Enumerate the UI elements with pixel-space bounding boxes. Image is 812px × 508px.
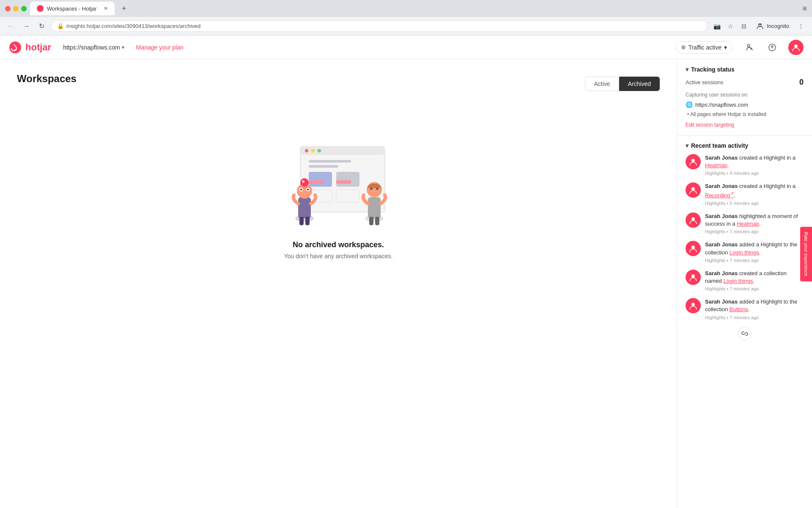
activity-meta: Highlights • 4 minutes ago bbox=[705, 171, 804, 176]
maximize-dot[interactable] bbox=[21, 6, 27, 11]
address-bar[interactable]: 🔒 insights.hotjar.com/sites/3090413/work… bbox=[51, 20, 708, 32]
activity-text: Sarah Jonas highlighted a moment of succ… bbox=[705, 213, 804, 228]
active-sessions-label: Active sessions bbox=[686, 79, 724, 86]
close-dot[interactable] bbox=[5, 6, 11, 11]
tracking-section: ▾ Tracking status Active sessions 0 Capt… bbox=[677, 59, 812, 135]
activity-content: Sarah Jonas created a Highlight in a Hea… bbox=[705, 154, 804, 176]
activity-link[interactable]: Heatmap bbox=[737, 221, 759, 227]
activity-avatar bbox=[686, 213, 701, 228]
tracking-section-header[interactable]: ▾ Tracking status bbox=[686, 66, 804, 73]
main-content: Workspaces Active Archived bbox=[0, 59, 812, 508]
tab-active-button[interactable]: Active bbox=[585, 77, 619, 91]
top-nav: hotjar https://snapflows.com ▾ Manage yo… bbox=[0, 36, 812, 59]
empty-state-title: No archived workspaces. bbox=[293, 240, 384, 249]
site-selector-chevron: ▾ bbox=[122, 44, 124, 50]
activity-link[interactable]: Heatmap bbox=[705, 162, 727, 168]
svg-point-8 bbox=[305, 149, 308, 152]
reload-button[interactable]: ↻ bbox=[36, 20, 47, 32]
activity-link[interactable]: Recording↗ bbox=[705, 192, 734, 199]
address-text: insights.hotjar.com/sites/3090413/worksp… bbox=[66, 23, 200, 29]
rate-experience-tab[interactable]: Rate your experience bbox=[800, 227, 812, 282]
svg-rect-29 bbox=[368, 197, 381, 218]
svg-point-0 bbox=[38, 6, 42, 11]
tab-close-button[interactable]: ✕ bbox=[104, 6, 108, 11]
manage-plan-link[interactable]: Manage your plan bbox=[136, 44, 184, 51]
svg-point-5 bbox=[794, 44, 798, 48]
workspace-header: Workspaces Active Archived bbox=[17, 73, 660, 95]
activity-meta: Highlights • 7 minutes ago bbox=[705, 229, 804, 234]
bookmark-icon[interactable]: ☆ bbox=[724, 20, 736, 32]
capturing-label: Capturing user sessions on: bbox=[686, 92, 804, 98]
active-sessions-row: Active sessions 0 bbox=[686, 78, 804, 87]
activity-section: ▾ Recent team activity Sarah Jonas creat… bbox=[677, 135, 812, 351]
activity-link[interactable]: Buttons bbox=[730, 306, 748, 312]
svg-point-40 bbox=[691, 246, 695, 249]
svg-point-36 bbox=[302, 180, 304, 183]
svg-rect-15 bbox=[336, 172, 359, 187]
svg-point-3 bbox=[14, 49, 16, 51]
activity-meta: Highlights • 7 minutes ago bbox=[705, 315, 804, 320]
svg-rect-18 bbox=[336, 190, 359, 202]
activity-link[interactable]: Login things bbox=[730, 249, 759, 256]
forward-button[interactable]: → bbox=[20, 20, 32, 32]
tab-favicon bbox=[37, 5, 44, 12]
svg-rect-34 bbox=[375, 217, 379, 225]
hotjar-logo[interactable]: hotjar bbox=[8, 41, 51, 54]
add-user-icon bbox=[744, 43, 753, 52]
svg-point-42 bbox=[691, 303, 695, 306]
content-area: Workspaces Active Archived bbox=[0, 59, 677, 508]
incognito-button[interactable]: Incognito bbox=[752, 20, 793, 32]
svg-point-24 bbox=[300, 189, 302, 190]
activity-link[interactable]: Login things bbox=[723, 278, 753, 284]
hotjar-logo-icon bbox=[8, 41, 22, 54]
copy-link-button[interactable] bbox=[738, 327, 752, 340]
activity-item: Sarah Jonas created a Highlight in a Rec… bbox=[686, 182, 804, 206]
activity-section-title: Recent team activity bbox=[691, 142, 748, 149]
activity-chevron-icon: ▾ bbox=[686, 142, 689, 149]
svg-point-35 bbox=[300, 178, 309, 187]
activity-list: Sarah Jonas created a Highlight in a Hea… bbox=[686, 154, 804, 320]
help-button[interactable] bbox=[765, 40, 780, 55]
incognito-label: Incognito bbox=[767, 23, 789, 29]
browser-menu-icon[interactable]: ≡ bbox=[802, 4, 807, 13]
activity-section-header[interactable]: ▾ Recent team activity bbox=[686, 142, 804, 149]
back-button[interactable]: ← bbox=[5, 20, 17, 32]
activity-text: Sarah Jonas created a Highlight in a Rec… bbox=[705, 182, 804, 199]
svg-point-10 bbox=[318, 149, 321, 152]
incognito-icon bbox=[756, 22, 764, 30]
edit-session-targeting-link[interactable]: Edit session targeting bbox=[686, 122, 734, 128]
browser-tab[interactable]: Workspaces - Hotjar ✕ bbox=[30, 2, 115, 15]
new-tab-button[interactable]: + bbox=[118, 3, 130, 14]
activity-meta: Highlights • 7 minutes ago bbox=[705, 286, 804, 291]
add-user-button[interactable] bbox=[741, 40, 756, 55]
traffic-indicator[interactable]: Traffic active ▾ bbox=[676, 41, 732, 54]
minimize-dot[interactable] bbox=[13, 6, 19, 11]
activity-item: Sarah Jonas highlighted a moment of succ… bbox=[686, 213, 804, 234]
tab-archived-button[interactable]: Archived bbox=[619, 77, 660, 91]
svg-point-38 bbox=[691, 187, 695, 190]
capturing-url-row: 🌐 https://snapflows.com bbox=[686, 101, 804, 108]
activity-avatar bbox=[686, 270, 701, 285]
browser-options-icon[interactable]: ⋮ bbox=[795, 20, 807, 32]
browser-chrome: Workspaces - Hotjar ✕ + ≡ ← → ↻ 🔒 insigh… bbox=[0, 0, 812, 36]
svg-point-25 bbox=[307, 189, 309, 190]
tracking-chevron-icon: ▾ bbox=[686, 66, 689, 73]
svg-point-31 bbox=[370, 188, 373, 190]
activity-avatar bbox=[686, 154, 701, 169]
all-pages-note: All pages where Hotjar is installed bbox=[686, 111, 804, 117]
svg-rect-14 bbox=[309, 180, 324, 184]
workspace-tab-buttons: Active Archived bbox=[585, 77, 660, 91]
traffic-chevron: ▾ bbox=[724, 44, 727, 51]
browser-toolbar-icons: 📷 ☆ ⊟ Incognito ⋮ bbox=[711, 20, 807, 32]
site-selector[interactable]: https://snapflows.com ▾ bbox=[60, 42, 128, 52]
hotjar-logo-text: hotjar bbox=[25, 42, 51, 53]
activity-text: Sarah Jonas created a collection named L… bbox=[705, 270, 804, 285]
camera-off-icon[interactable]: 📷 bbox=[711, 20, 723, 32]
user-avatar[interactable] bbox=[788, 40, 804, 55]
activity-content: Sarah Jonas created a collection named L… bbox=[705, 270, 804, 291]
split-view-icon[interactable]: ⊟ bbox=[738, 20, 750, 32]
activity-item: Sarah Jonas added a Highlight to the col… bbox=[686, 241, 804, 262]
tab-title: Workspaces - Hotjar bbox=[47, 6, 97, 12]
svg-point-9 bbox=[311, 149, 315, 152]
svg-rect-20 bbox=[298, 197, 311, 218]
